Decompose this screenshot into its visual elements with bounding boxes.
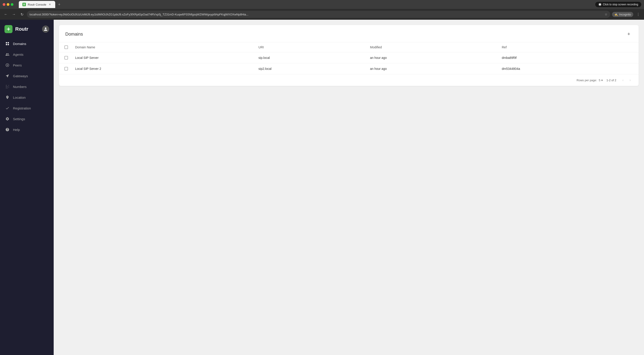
recording-text: Click to stop screen recording — [603, 3, 638, 6]
location-icon — [5, 95, 10, 100]
app-name: Routr — [15, 26, 28, 32]
maximize-window-button[interactable] — [11, 3, 14, 6]
sidebar-item-agents[interactable]: Agents — [2, 49, 52, 60]
tab-close-button[interactable]: ✕ — [48, 3, 52, 6]
table-footer: Rows per page: 5 ▾ 1-2 of 2 ‹ › — [59, 74, 639, 86]
incognito-label: Incognito — [619, 13, 631, 16]
domains-table: Domain Name URI Modified Ref Local SIP S… — [59, 42, 639, 74]
pagination-buttons: ‹ › — [620, 77, 633, 83]
agents-icon — [5, 52, 10, 57]
prev-page-button[interactable]: ‹ — [620, 77, 626, 83]
select-all-checkbox[interactable] — [64, 46, 68, 49]
browser-toolbar: ← → ↻ localhost:3000/?token=eyJhbGciOiJI… — [0, 9, 644, 20]
page-title: Domains — [65, 32, 83, 37]
address-bar[interactable]: localhost:3000/?token=eyJhbGciOiJIUzUxMi… — [27, 11, 610, 18]
next-page-button[interactable]: › — [627, 77, 633, 83]
sidebar-item-help[interactable]: Help — [2, 124, 52, 135]
domains-icon — [5, 41, 10, 46]
sidebar-label-peers: Peers — [13, 63, 22, 67]
peers-icon — [5, 63, 10, 68]
row-domain-name-1: Local SIP Server 2 — [72, 63, 255, 74]
user-avatar[interactable] — [42, 26, 49, 33]
gateways-icon — [5, 73, 10, 78]
svg-point-1 — [8, 28, 9, 28]
svg-rect-6 — [8, 42, 9, 43]
svg-point-4 — [10, 29, 10, 29]
sidebar: Routr Domains — [0, 20, 54, 355]
rows-per-page-label: Rows per page: — [577, 79, 597, 82]
table-row: Local SIP Server 2 sip2.local an hour ag… — [59, 63, 639, 74]
sidebar-label-help: Help — [13, 128, 20, 132]
select-all-column — [59, 42, 72, 52]
forward-button[interactable]: → — [11, 11, 17, 18]
tab-bar: R Routr Console ✕ + — [17, 1, 64, 8]
sidebar-item-peers[interactable]: Peers — [2, 60, 52, 70]
svg-rect-8 — [8, 44, 9, 45]
tab-title: Routr Console — [28, 3, 46, 6]
sidebar-item-gateways[interactable]: Gateways — [2, 71, 52, 81]
sidebar-label-registration: Registration — [13, 106, 31, 110]
url-text: localhost:3000/?token=eyJhbGciOiJIUzUxMi… — [30, 13, 605, 16]
svg-point-9 — [7, 65, 8, 66]
row-uri-0: sip.local — [255, 52, 366, 63]
row-ref-1: dm5344804a — [498, 63, 639, 74]
sidebar-item-settings[interactable]: Settings — [2, 114, 52, 124]
table-row: Local SIP Server sip.local an hour ago d… — [59, 52, 639, 63]
help-icon — [5, 127, 10, 132]
app-logo: Routr — [0, 22, 54, 37]
main-content: Domains + Domain Name URI Modified Ref — [54, 20, 644, 355]
row-select-cell — [59, 52, 72, 63]
rows-per-page-dropdown-icon: ▾ — [601, 79, 603, 82]
rows-per-page-select[interactable]: 5 ▾ — [599, 79, 603, 82]
row-checkbox-0[interactable] — [64, 56, 68, 60]
card-header: Domains + — [59, 25, 639, 42]
recording-dot-icon — [598, 3, 602, 6]
reload-button[interactable]: ↻ — [19, 11, 25, 18]
row-domain-name-0: Local SIP Server — [72, 52, 255, 63]
close-window-button[interactable] — [3, 3, 5, 6]
toolbar-right: 🕵 Incognito ⋮ — [612, 11, 641, 18]
sidebar-label-agents: Agents — [13, 53, 24, 56]
svg-point-0 — [8, 29, 10, 30]
svg-point-3 — [7, 29, 8, 29]
row-modified-0: an hour ago — [366, 52, 498, 63]
sidebar-label-numbers: Numbers — [13, 85, 26, 89]
modified-column-header: Modified — [366, 42, 498, 52]
row-modified-1: an hour ago — [366, 63, 498, 74]
registration-icon — [5, 106, 10, 111]
pagination-info: 1-2 of 2 — [606, 79, 616, 82]
settings-icon — [5, 116, 10, 121]
back-button[interactable]: ← — [3, 11, 9, 18]
row-checkbox-1[interactable] — [64, 67, 68, 71]
recording-badge[interactable]: Click to stop screen recording — [595, 2, 641, 7]
app-container: Routr Domains — [0, 20, 644, 355]
sidebar-label-location: Location — [13, 96, 26, 99]
browser-menu-button[interactable]: ⋮ — [635, 11, 641, 18]
sidebar-label-domains: Domains — [13, 42, 26, 46]
sidebar-item-domains[interactable]: Domains — [2, 39, 52, 49]
sidebar-nav: Domains Agents Peers — [0, 39, 54, 135]
minimize-window-button[interactable] — [7, 3, 10, 6]
new-tab-button[interactable]: + — [56, 1, 62, 8]
browser-chrome: R Routr Console ✕ + Click to stop screen… — [0, 0, 644, 20]
sidebar-item-numbers[interactable]: Numbers — [2, 82, 52, 92]
row-uri-1: sip2.local — [255, 63, 366, 74]
rows-per-page-control: Rows per page: 5 ▾ — [577, 79, 603, 82]
sidebar-item-registration[interactable]: Registration — [2, 103, 52, 113]
logo-icon — [4, 25, 12, 33]
traffic-lights — [3, 3, 14, 6]
tab-favicon: R — [22, 3, 26, 6]
domain-name-column-header: Domain Name — [72, 42, 255, 52]
domains-card: Domains + Domain Name URI Modified Ref — [59, 25, 639, 86]
row-select-cell — [59, 63, 72, 74]
browser-titlebar: R Routr Console ✕ + Click to stop screen… — [0, 0, 644, 9]
sidebar-label-gateways: Gateways — [13, 74, 28, 78]
add-domain-button[interactable]: + — [625, 31, 632, 38]
active-tab[interactable]: R Routr Console ✕ — [19, 1, 55, 8]
sidebar-item-location[interactable]: Location — [2, 92, 52, 103]
table-header-row: Domain Name URI Modified Ref — [59, 42, 639, 52]
row-ref-0: dmba89f9f — [498, 52, 639, 63]
bookmark-icon[interactable]: ☆ — [605, 13, 608, 16]
sidebar-label-settings: Settings — [13, 117, 25, 121]
ref-column-header: Ref — [498, 42, 639, 52]
